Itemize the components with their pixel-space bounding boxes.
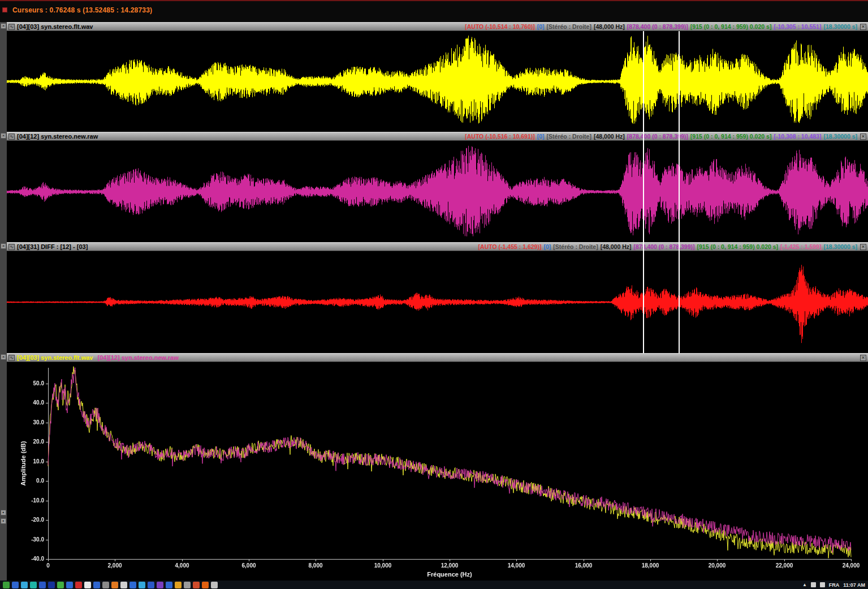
spectrum-series-title-2: [04][12] syn.stereo.new.raw	[98, 354, 179, 361]
panel-info-item: [Stéréo : Droite]	[547, 133, 591, 140]
language-indicator[interactable]: FRA	[829, 582, 840, 588]
panel-info-item: [915 (0 : 0, 914 : 959) 0.020 s]	[697, 243, 778, 250]
panel-info-item: [Stéréo : Droite]	[553, 243, 598, 250]
waveform-view-2[interactable]	[7, 141, 868, 242]
windows-taskbar[interactable]: ▲ FRA 11:07 AM	[0, 581, 868, 589]
taskbar-app-icon-24[interactable]	[211, 582, 218, 588]
taskbar-app-icon-2[interactable]	[12, 582, 19, 588]
cursor-readout: Curseurs : 0.76248 s (13.52485 : 14.2873…	[12, 6, 152, 14]
close-icon[interactable]: ×	[860, 24, 866, 30]
panel-info-item: [18.30000 s]	[823, 23, 857, 30]
waveform-panel-icon[interactable]: ∿	[8, 244, 15, 250]
taskbar-app-icon-13[interactable]	[111, 582, 118, 588]
panel-title: [04][12] syn.stereo.new.raw	[17, 133, 98, 140]
panel-info-item: [Stéréo : Droite]	[547, 23, 591, 30]
taskbar-app-icon-8[interactable]	[66, 582, 73, 588]
panel-info-item: [0]	[537, 133, 545, 140]
panel-info-item: [-10,305 : 10,551]	[774, 23, 821, 30]
waveform-view-1[interactable]	[7, 31, 868, 132]
waveform-view-diff[interactable]	[7, 251, 868, 353]
taskbar-app-icon-9[interactable]	[75, 582, 82, 588]
spectrum-plot[interactable]	[7, 362, 868, 581]
panel-info-item: [-1,425 : 1,599]	[780, 243, 821, 250]
panel-title: [04][03] syn.stereo.flt.wav	[17, 23, 93, 30]
panel-info-item: [AUTO (-10,516 : 10,691)]	[465, 133, 535, 140]
rail-close-box-1[interactable]: ×	[1, 23, 6, 29]
spectrum-series-title-1: [04][03] syn.stereo.flt.wav	[17, 354, 93, 361]
clock[interactable]: 11:07 AM	[843, 582, 865, 588]
close-icon[interactable]: ×	[860, 134, 866, 140]
taskbar-icons	[3, 582, 218, 588]
taskbar-app-icon-16[interactable]	[139, 582, 145, 588]
taskbar-app-icon-4[interactable]	[30, 582, 37, 588]
panel-info-item: [0]	[537, 23, 545, 30]
panel-info-item: [18.30000 s]	[823, 133, 857, 140]
volume-icon[interactable]	[820, 582, 825, 587]
hidden-icons-arrow-icon[interactable]: ▲	[802, 582, 807, 587]
spectrum-panel-icon[interactable]: ∿	[8, 355, 15, 361]
panel-info-item: [0]	[543, 243, 551, 250]
audio-analysis-window: Curseurs : 0.76248 s (13.52485 : 14.2873…	[0, 0, 868, 589]
waveform-panel-icon[interactable]: ∿	[8, 134, 15, 140]
panel-header-wave-1[interactable]: ∿ [04][03] syn.stereo.flt.wav [AUTO (-10…	[7, 22, 868, 31]
panel-header-diff[interactable]: ∿ [04][31] DIFF : [12] - [03] [AUTO (-1,…	[7, 242, 868, 251]
taskbar-app-icon-22[interactable]	[193, 582, 200, 588]
panel-header-wave-2[interactable]: ∿ [04][12] syn.stereo.new.raw [AUTO (-10…	[7, 132, 868, 141]
taskbar-app-icon-17[interactable]	[148, 582, 154, 588]
rail-button-1[interactable]: ▪	[1, 510, 6, 515]
panel-info: [AUTO (-10,514 : 10,760)][0][Stéréo : Dr…	[465, 23, 857, 30]
taskbar-app-icon-6[interactable]	[48, 582, 55, 588]
left-rail: × × × × ▪ ▪	[0, 22, 7, 581]
rail-button-2[interactable]: ▪	[1, 518, 6, 524]
taskbar-app-icon-7[interactable]	[57, 582, 64, 588]
panel-info: [AUTO (-10,516 : 10,691)][0][Stéréo : Dr…	[465, 133, 857, 140]
taskbar-app-icon-3[interactable]	[21, 582, 28, 588]
cursor-line-2[interactable]	[679, 31, 680, 353]
panel-info-item: [18.30000 s]	[823, 243, 857, 250]
taskbar-app-icon-21[interactable]	[184, 582, 191, 588]
panel-info-item: [915 (0 : 0, 914 : 959) 0.020 s]	[690, 23, 772, 30]
taskbar-app-icon-10[interactable]	[84, 582, 91, 588]
panel-info-item: [48,000 Hz]	[601, 243, 632, 250]
panel-info-item: [878,400 (0 : 878,399)]	[627, 23, 688, 30]
panel-info: [AUTO (-1,455 : 1,629)][0][Stéréo : Droi…	[478, 243, 857, 250]
close-icon[interactable]: ×	[860, 355, 866, 361]
taskbar-app-icon-20[interactable]	[175, 582, 182, 588]
waveform-panel-icon[interactable]: ∿	[8, 24, 15, 30]
rail-close-box-3[interactable]: ×	[1, 243, 6, 249]
rail-close-box-4[interactable]: ×	[1, 354, 6, 360]
taskbar-app-icon-12[interactable]	[102, 582, 109, 588]
panel-info-item: [AUTO (-1,455 : 1,629)]	[478, 243, 542, 250]
taskbar-app-icon-1[interactable]	[3, 582, 10, 588]
taskbar-app-icon-14[interactable]	[120, 582, 127, 588]
panel-info-item: [AUTO (-10,514 : 10,760)]	[465, 23, 535, 30]
taskbar-app-icon-11[interactable]	[93, 582, 100, 588]
window-icon[interactable]	[2, 7, 7, 12]
taskbar-app-icon-19[interactable]	[166, 582, 172, 588]
close-icon[interactable]: ×	[860, 244, 866, 250]
taskbar-app-icon-5[interactable]	[39, 582, 46, 588]
taskbar-app-icon-23[interactable]	[202, 582, 209, 588]
rail-close-box-2[interactable]: ×	[1, 133, 6, 139]
system-tray: ▲ FRA 11:07 AM	[802, 582, 865, 588]
taskbar-app-icon-18[interactable]	[157, 582, 163, 588]
panel-title: [04][31] DIFF : [12] - [03]	[17, 243, 88, 250]
panel-info-item: [915 (0 : 0, 914 : 959) 0.020 s]	[690, 133, 772, 140]
panel-info-item: [-10,308 : 10,483]	[774, 133, 821, 140]
taskbar-app-icon-15[interactable]	[129, 582, 136, 588]
panel-info-item: [48,000 Hz]	[594, 133, 625, 140]
cursor-line-1[interactable]	[643, 31, 644, 353]
cursor-status-bar: Curseurs : 0.76248 s (13.52485 : 14.2873…	[0, 0, 868, 22]
panel-header-spectrum[interactable]: ∿ [04][03] syn.stereo.flt.wav [04][12] s…	[7, 353, 868, 362]
network-icon[interactable]	[811, 582, 816, 587]
panel-info-item: [48,000 Hz]	[594, 23, 625, 30]
